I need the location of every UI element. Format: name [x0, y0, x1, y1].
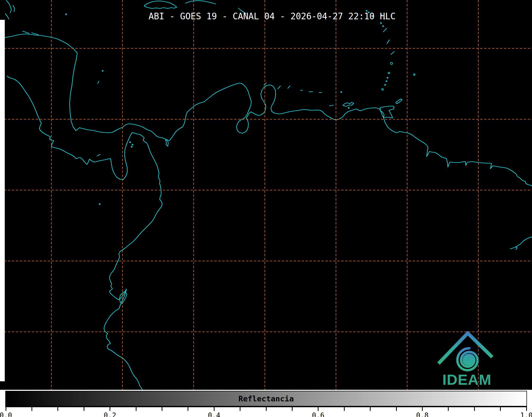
coastline-path — [97, 154, 100, 156]
coastline-path — [7, 76, 162, 390]
colorbar-tick — [240, 407, 240, 411]
coastline-path — [383, 28, 387, 32]
colorbar-tick — [6, 407, 6, 411]
colorbar-tick — [136, 407, 137, 411]
island-outline — [131, 146, 132, 147]
island-outline — [102, 70, 103, 71]
coastline-path — [396, 99, 402, 104]
colorbar-tick — [31, 407, 32, 411]
coastline-path — [13, 5, 15, 12]
island-outline — [380, 22, 381, 24]
island-outline — [341, 91, 342, 93]
coastline-path — [288, 86, 290, 88]
coastline-path — [510, 237, 532, 249]
island-outline — [348, 107, 349, 108]
coastline-path — [120, 292, 127, 304]
coastline-path — [32, 33, 38, 35]
island-outline — [383, 26, 384, 27]
logo-text: IDEAM — [442, 371, 491, 388]
colorbar-region: Reflectancia 0.00.20.40.60.81.0 — [0, 390, 532, 417]
coastline-path — [23, 31, 29, 33]
coastline-path — [387, 40, 389, 43]
colorbar-tick-label: 0.0 — [0, 411, 12, 417]
coastline-path — [278, 86, 280, 89]
island-outline — [413, 74, 415, 75]
colorbar-tick — [57, 407, 58, 411]
colorbar-tick — [500, 407, 501, 411]
island-outline — [385, 84, 386, 85]
colorbar-tick — [448, 407, 449, 411]
coastline-path — [185, 1, 216, 4]
colorbar-tick-label: 0.4 — [208, 411, 220, 417]
colorbar-tick-label: 0.2 — [104, 411, 116, 417]
island-outline — [390, 62, 393, 65]
colorbar-tick — [396, 407, 397, 411]
island-outline — [386, 81, 387, 82]
colorbar-tick — [344, 407, 345, 411]
colorbar-tick — [292, 407, 293, 411]
colorbar-tick — [370, 407, 371, 411]
ideam-logo: IDEAM — [436, 328, 497, 390]
colorbar-tick — [84, 407, 84, 411]
map-title: ABI - GOES 19 - CANAL 04 - 2026-04-27 22… — [0, 11, 532, 21]
colorbar-tick — [214, 407, 215, 411]
colorbar-tick — [318, 407, 319, 411]
coastline-path — [98, 81, 99, 84]
coastline-path — [0, 34, 532, 186]
island-outline — [130, 142, 131, 143]
colorbar-tick-label: 0.8 — [416, 411, 429, 417]
island-outline — [388, 72, 390, 74]
colorbar-tick-label: 1.0 — [520, 411, 532, 417]
colorbar-tick — [266, 407, 267, 411]
island-outline — [99, 204, 100, 205]
coastline-path — [516, 246, 517, 250]
colorbar-tick — [422, 407, 423, 411]
coastline-path — [380, 106, 394, 118]
coastline-path — [144, 1, 177, 8]
colorbar-tick — [474, 407, 475, 411]
satellite-product-screenshot: ABI - GOES 19 - CANAL 04 - 2026-04-27 22… — [0, 0, 532, 417]
coastline-path — [330, 105, 333, 106]
off-scan-edge-strip — [0, 20, 5, 381]
coastline-path — [391, 52, 394, 54]
island-outline — [132, 144, 133, 145]
colorbar-label: Reflectancia — [238, 394, 294, 403]
colorbar-tick — [188, 407, 188, 411]
coastline-path — [301, 90, 303, 90]
colorbar-tick — [162, 407, 162, 411]
logo-hurricane-spiral-icon — [457, 348, 478, 370]
colorbar-tick — [526, 407, 527, 411]
colorbar-tick-label: 0.6 — [312, 411, 324, 417]
coastline-path — [343, 102, 354, 106]
island-outline — [387, 77, 388, 78]
colorbar-tick — [110, 407, 110, 411]
island-outline — [382, 89, 383, 90]
